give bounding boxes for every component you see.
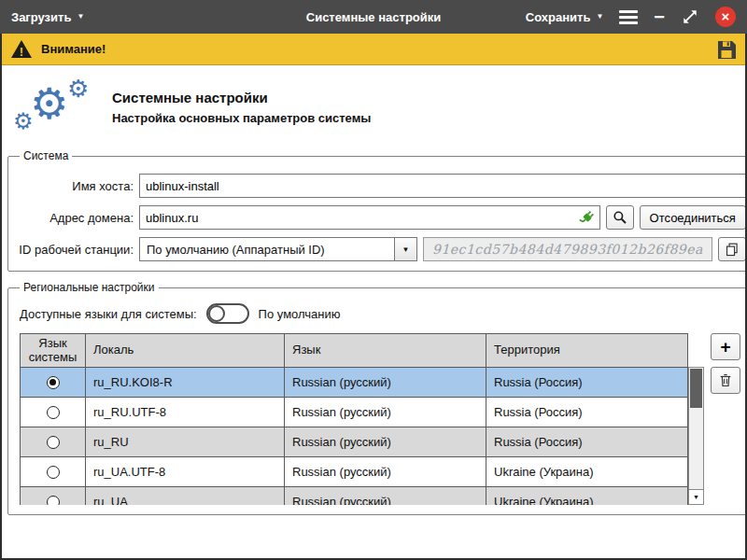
warning-icon: ! (9, 38, 34, 61)
header-system-language: Язык системы (21, 334, 86, 368)
system-group: Система Имя хоста: Адрес домена: (7, 149, 745, 272)
delete-locale-button[interactable] (711, 367, 740, 394)
available-languages-label: Доступные языки для системы: (20, 307, 197, 321)
cell-language: Russian (русский) (285, 487, 486, 506)
header-territory: Территория (486, 334, 688, 368)
station-id-row: ID рабочей станции: По умолчанию (Аппара… (16, 237, 745, 261)
chevron-down-icon: ▼ (77, 13, 84, 21)
hostname-label: Имя хоста: (16, 179, 134, 193)
cell-territory: Russia (Россия) (486, 427, 688, 457)
svg-text:!: ! (20, 45, 23, 59)
station-id-value: 91ec1cd57b484d479893f012b26f89ea (423, 237, 712, 261)
chevron-down-icon: ▼ (596, 13, 603, 21)
cell-language: Russian (русский) (285, 427, 486, 457)
table-scrollbar: ▼ (688, 333, 704, 505)
locale-radio[interactable] (47, 466, 60, 479)
close-button[interactable]: × (715, 7, 736, 27)
search-icon (613, 210, 627, 225)
titlebar: Загрузить ▼ Системные настройки Сохранит… (0, 0, 747, 34)
window-frame: ! Внимание! ⚙ ⚙ ⚙ (0, 34, 747, 560)
save-menu-label: Сохранить (526, 10, 591, 24)
table-row[interactable]: ru_UA Russian (русский) Ukraine (Украина… (21, 487, 688, 506)
locale-table-viewport: Язык системы Локаль Язык Территория ru_R… (20, 333, 688, 505)
table-row[interactable]: ru_RU.KOI8-R Russian (русский) Russia (Р… (21, 368, 688, 398)
cell-language: Russian (русский) (285, 368, 486, 398)
languages-toggle[interactable] (206, 303, 249, 324)
regional-group: Региональные настройки Доступные языки д… (7, 281, 745, 515)
app-window: Загрузить ▼ Системные настройки Сохранит… (0, 0, 747, 560)
toggle-knob (208, 305, 225, 322)
cell-language: Russian (русский) (285, 398, 486, 427)
domain-input[interactable] (139, 205, 600, 230)
station-id-selected-option: По умолчанию (Аппаратный ID) (140, 243, 394, 257)
cell-territory: Russia (Россия) (486, 398, 688, 427)
table-row[interactable]: ru_UA.UTF-8 Russian (русский) Ukraine (У… (21, 457, 688, 487)
table-header-row: Язык системы Локаль Язык Территория (21, 334, 688, 368)
locale-radio[interactable] (47, 436, 60, 449)
copy-icon (725, 242, 740, 257)
save-file-button[interactable] (715, 38, 738, 61)
station-id-label: ID рабочей станции: (16, 243, 134, 257)
warning-bar: ! Внимание! (2, 34, 745, 65)
table-row[interactable]: ru_RU Russian (русский) Russia (Россия) (21, 427, 688, 457)
locale-radio[interactable] (47, 376, 60, 389)
locale-table: Язык системы Локаль Язык Территория ru_R… (20, 333, 688, 505)
scroll-down-button[interactable]: ▼ (689, 489, 703, 504)
hostname-input[interactable] (139, 174, 745, 198)
cell-locale: ru_RU (86, 427, 285, 457)
warning-text: Внимание! (41, 42, 106, 56)
station-id-select[interactable]: По умолчанию (Аппаратный ID) ▼ (139, 237, 417, 261)
header-language: Язык (285, 334, 486, 368)
domain-row: Адрес домена: (16, 205, 745, 230)
cell-locale: ru_UA (86, 487, 285, 506)
default-label: По умолчанию (259, 307, 341, 321)
domain-label: Адрес домена: (16, 211, 134, 225)
table-row[interactable]: ru_RU.UTF-8 Russian (русский) Russia (Ро… (21, 398, 688, 427)
locale-radio[interactable] (47, 496, 60, 506)
maximize-button[interactable] (681, 7, 699, 26)
load-menu-label: Загрузить (11, 10, 71, 24)
regional-group-legend: Региональные настройки (20, 281, 159, 294)
hostname-row: Имя хоста: (16, 174, 745, 198)
locale-radio[interactable] (47, 406, 60, 419)
cell-locale: ru_UA.UTF-8 (86, 457, 285, 487)
locale-table-body: ru_RU.KOI8-R Russian (русский) Russia (Р… (21, 368, 688, 506)
cell-territory: Russia (Россия) (486, 368, 688, 398)
expand-arrows-icon (681, 7, 699, 26)
page-subtitle: Настройка основных параметров системы (112, 111, 371, 125)
hamburger-menu-icon[interactable] (619, 8, 638, 26)
chevron-down-icon: ▼ (394, 238, 416, 260)
minimize-button[interactable]: − (654, 7, 665, 26)
scrollbar-track[interactable]: ▼ (688, 367, 704, 505)
page-header: ⚙ ⚙ ⚙ Системные настройки Настройка осно… (7, 69, 740, 149)
disconnect-button[interactable]: Отсоединиться (640, 205, 745, 230)
cell-locale: ru_RU.KOI8-R (86, 368, 285, 398)
floppy-disk-icon (715, 38, 738, 61)
load-menu-button[interactable]: Загрузить ▼ (11, 10, 84, 24)
save-menu-button[interactable]: Сохранить ▼ (526, 10, 604, 24)
add-locale-button[interactable]: + (711, 333, 740, 360)
gears-icon: ⚙ ⚙ ⚙ (11, 78, 97, 136)
scrollbar-thumb[interactable] (690, 369, 702, 408)
cell-language: Russian (русский) (285, 457, 486, 487)
locale-table-area: Язык системы Локаль Язык Территория ru_R… (16, 333, 740, 505)
cell-locale: ru_RU.UTF-8 (86, 398, 285, 427)
cell-territory: Ukraine (Украина) (486, 457, 688, 487)
search-domain-button[interactable] (606, 205, 634, 230)
system-group-legend: Система (20, 149, 72, 162)
copy-id-button[interactable] (718, 237, 745, 261)
header-locale: Локаль (86, 334, 285, 368)
trash-icon (718, 372, 733, 388)
available-languages-row: Доступные языки для системы: По умолчани… (16, 303, 740, 324)
page-title: Системные настройки (112, 90, 371, 105)
cell-territory: Ukraine (Украина) (486, 487, 688, 506)
table-side-buttons: + (711, 333, 740, 394)
main-content: ⚙ ⚙ ⚙ Системные настройки Настройка осно… (2, 65, 745, 558)
